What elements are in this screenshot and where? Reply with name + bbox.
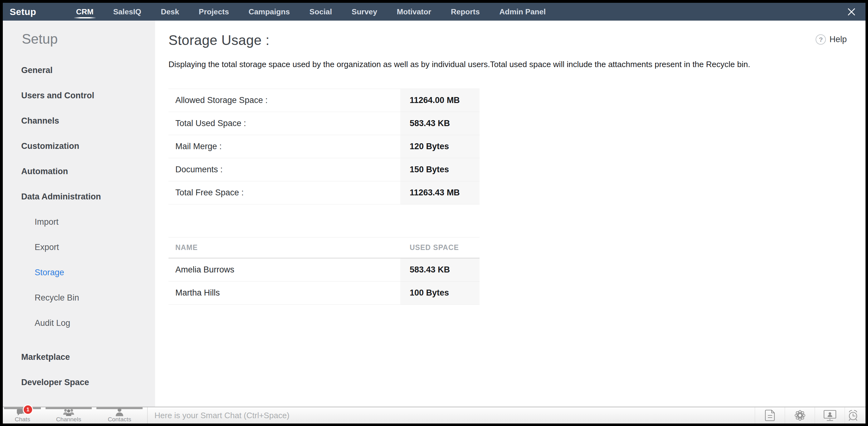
bottombar-right-icons	[755, 407, 866, 424]
smart-chat-input[interactable]: Here is your Smart Chat (Ctrl+Space)	[148, 407, 755, 424]
summary-row-allowed-storage-space: Allowed Storage Space :11264.00 MB	[168, 89, 479, 112]
document-button[interactable]	[755, 407, 785, 424]
summary-value: 583.43 KB	[400, 112, 479, 135]
tab-contacts[interactable]: Contacts	[96, 407, 143, 424]
topbar-tab-social[interactable]: Social	[310, 3, 332, 21]
chat-icon-wrap: 1	[17, 408, 28, 416]
summary-value: 11264.00 MB	[400, 89, 479, 112]
topbar-tab-admin-panel[interactable]: Admin Panel	[499, 3, 546, 21]
contacts-icon	[116, 408, 124, 416]
topbar-nav: CRMSalesIQDeskProjectsCampaignsSocialSur…	[76, 3, 546, 21]
sidebar-item-recycle-bin[interactable]: Recycle Bin	[21, 285, 155, 310]
channels-icon	[62, 408, 75, 416]
user-used-space: 583.43 KB	[400, 258, 479, 281]
sidebar-heading: Setup	[22, 31, 155, 47]
storage-summary-body: Allowed Storage Space :11264.00 MBTotal …	[168, 89, 479, 205]
topbar-tab-campaigns[interactable]: Campaigns	[249, 3, 290, 21]
sidebar-item-users-and-control[interactable]: Users and Control	[21, 83, 155, 108]
content: Storage Usage : ? Help Displaying the to…	[155, 21, 866, 407]
column-header-name: NAME	[168, 237, 400, 258]
sidebar-item-import[interactable]: Import	[21, 209, 155, 235]
screen-share-button[interactable]	[815, 407, 845, 424]
channels-icon-wrap	[62, 408, 75, 416]
bottombar: 1 Chats Channels	[3, 407, 866, 424]
tab-channels[interactable]: Channels	[45, 407, 92, 424]
tab-chats-label: Chats	[15, 416, 30, 423]
summary-label: Total Free Space :	[168, 181, 400, 205]
sidebar-item-marketplace[interactable]: Marketplace	[21, 344, 155, 370]
summary-row-total-used-space: Total Used Space :583.43 KB	[168, 112, 479, 135]
page-title: Storage Usage :	[168, 32, 270, 48]
tab-chats[interactable]: 1 Chats	[4, 407, 41, 424]
sidebar-item-channels[interactable]: Channels	[21, 108, 155, 133]
topbar-tab-motivator[interactable]: Motivator	[397, 3, 431, 21]
app-title: Setup	[10, 6, 36, 17]
topbar-tab-projects[interactable]: Projects	[199, 3, 229, 21]
summary-label: Documents :	[168, 158, 400, 181]
users-table-body: Amelia Burrows583.43 KBMartha Hills100 B…	[168, 258, 479, 305]
column-header-used-space: USED SPACE	[400, 237, 479, 258]
tab-contacts-label: Contacts	[108, 416, 131, 423]
chat-tabs: 1 Chats Channels	[3, 407, 147, 424]
summary-row-documents: Documents :150 Bytes	[168, 158, 479, 181]
users-table: NAME USED SPACE Amelia Burrows583.43 KBM…	[168, 237, 479, 305]
topbar: Setup CRMSalesIQDeskProjectsCampaignsSoc…	[3, 3, 866, 21]
page-description: Displaying the total storage space used …	[168, 60, 847, 69]
sidebar-item-audit-log[interactable]: Audit Log	[21, 310, 155, 336]
user-name: Amelia Burrows	[168, 258, 400, 281]
sidebar-item-export[interactable]: Export	[21, 235, 155, 260]
summary-label: Mail Merge :	[168, 135, 400, 158]
summary-row-total-free-space: Total Free Space :11263.43 MB	[168, 181, 479, 205]
close-icon	[847, 7, 856, 17]
user-row-martha-hills: Martha Hills100 Bytes	[168, 281, 479, 305]
alarm-clock-icon	[847, 409, 859, 422]
atom-button[interactable]	[785, 407, 815, 424]
close-button[interactable]	[846, 6, 857, 17]
summary-row-mail-merge: Mail Merge :120 Bytes	[168, 135, 479, 158]
sidebar-item-automation[interactable]: Automation	[21, 159, 155, 184]
summary-value: 11263.43 MB	[400, 181, 479, 205]
topbar-tab-survey[interactable]: Survey	[352, 3, 377, 21]
screen-share-icon	[824, 410, 836, 421]
user-row-amelia-burrows: Amelia Burrows583.43 KB	[168, 258, 479, 281]
help-icon: ?	[815, 34, 826, 44]
summary-value: 150 Bytes	[400, 158, 479, 181]
sidebar-item-general[interactable]: General	[21, 58, 155, 83]
app-window: Setup CRMSalesIQDeskProjectsCampaignsSoc…	[3, 3, 866, 424]
sidebar-item-storage[interactable]: Storage	[21, 260, 155, 285]
help-label: Help	[829, 35, 847, 44]
topbar-tab-crm[interactable]: CRM	[76, 3, 94, 21]
summary-label: Allowed Storage Space :	[168, 89, 400, 112]
summary-value: 120 Bytes	[400, 135, 479, 158]
sidebar-item-data-administration[interactable]: Data Administration	[21, 184, 155, 209]
sidebar-item-customization[interactable]: Customization	[21, 133, 155, 159]
sidebar: Setup GeneralUsers and ControlChannelsCu…	[3, 21, 155, 407]
user-name: Martha Hills	[168, 281, 400, 305]
summary-label: Total Used Space :	[168, 112, 400, 135]
chat-badge: 1	[23, 404, 33, 415]
alarm-clock-button[interactable]	[845, 407, 866, 424]
storage-summary-table: Allowed Storage Space :11264.00 MBTotal …	[168, 89, 479, 205]
tab-channels-label: Channels	[56, 416, 81, 423]
help-button[interactable]: ? Help	[815, 34, 847, 44]
document-icon	[765, 409, 775, 421]
sidebar-item-developer-space[interactable]: Developer Space	[21, 370, 155, 395]
user-used-space: 100 Bytes	[400, 281, 479, 305]
atom-icon	[794, 409, 806, 422]
users-table-head: NAME USED SPACE	[168, 237, 479, 258]
topbar-tab-reports[interactable]: Reports	[451, 3, 480, 21]
content-header: Storage Usage : ? Help	[168, 32, 847, 48]
sidebar-nav: GeneralUsers and ControlChannelsCustomiz…	[21, 58, 155, 395]
main-row: Setup GeneralUsers and ControlChannelsCu…	[3, 21, 866, 407]
topbar-tab-salesiq[interactable]: SalesIQ	[113, 3, 141, 21]
topbar-tab-desk[interactable]: Desk	[161, 3, 179, 21]
active-tab-underline	[74, 17, 96, 19]
contacts-icon-wrap	[116, 408, 124, 416]
